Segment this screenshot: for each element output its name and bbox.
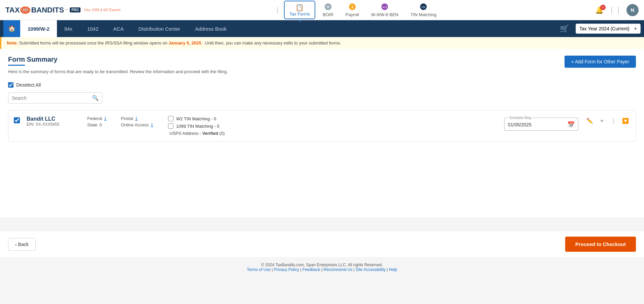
search-icon[interactable]: 🔍: [92, 95, 99, 101]
pro-badge: PRO: [70, 7, 80, 12]
copyright-text: © 2024 TaxBandits.com, Span Enterprises …: [5, 263, 639, 267]
tax-year-wrapper[interactable]: Tax Year 2024 (Current): [576, 24, 641, 34]
state-label: State: [87, 122, 97, 127]
page-footer: © 2024 TaxBandits.com, Span Enterprises …: [0, 257, 644, 277]
expand-button[interactable]: 🔽: [621, 116, 630, 125]
nav-address-book[interactable]: Address Book: [188, 20, 234, 37]
boir-icon: 🏛: [324, 3, 332, 12]
tax-year-select[interactable]: Tax Year 2024 (Current): [576, 24, 641, 34]
tin-matching-info: W2 TIN Matching - 0 1099 TIN Matching - …: [168, 116, 497, 136]
home-button[interactable]: 🏠: [3, 20, 20, 37]
add-button[interactable]: ＋: [598, 116, 606, 126]
postal-label: Postal: [121, 116, 133, 121]
form-summary-subtitle: Here is the summary of forms that are re…: [8, 69, 228, 74]
accessibility-link[interactable]: Site Accessibility: [356, 267, 386, 272]
calendar-icon[interactable]: 📅: [567, 121, 575, 128]
help-link[interactable]: Help: [389, 267, 397, 272]
w2-tin-checkbox[interactable]: [168, 116, 173, 121]
w9-icon: W-9: [381, 3, 388, 12]
federal-row: Federal 1: [87, 116, 114, 121]
nav-tax-forms[interactable]: 📋 Tax Forms: [284, 1, 315, 19]
title-underline: [8, 65, 25, 66]
notification-badge: 0: [600, 5, 606, 10]
notice-suffix: . Until then, you can make any necessary…: [202, 40, 341, 45]
payer-ein: EIN: XX-XXX5455: [27, 122, 80, 127]
user-avatar[interactable]: N: [626, 4, 639, 16]
logo-owl-icon: [20, 6, 30, 14]
deselect-all-checkbox[interactable]: [8, 82, 13, 88]
edit-button[interactable]: ✏️: [585, 116, 594, 125]
deselect-all-label: Deselect All: [16, 82, 41, 88]
back-button[interactable]: ‹ Back: [8, 238, 36, 251]
header-nav: ⋮ 📋 Tax Forms 🏛 BOIR $ Payroll W-9 W-9/W…: [121, 1, 595, 19]
online-access-value[interactable]: 1: [151, 122, 153, 127]
nav-boir[interactable]: 🏛 BOIR: [318, 1, 338, 19]
federal-value[interactable]: 1: [104, 116, 106, 121]
form-summary-header: Form Summary Here is the summary of form…: [8, 56, 636, 80]
notification-button[interactable]: 🔔 0: [595, 6, 604, 14]
payroll-icon: $: [349, 3, 356, 12]
apps-grid-icon[interactable]: ⋮⋮: [608, 6, 622, 14]
notice-date: January 5, 2025: [169, 40, 201, 45]
more-options-icon[interactable]: ⋮: [275, 6, 281, 14]
main-content: Form Summary Here is the summary of form…: [0, 49, 644, 217]
usps-count: (0): [219, 131, 225, 136]
feedback-link[interactable]: Feedback: [302, 267, 320, 272]
boir-label: BOIR: [323, 12, 333, 17]
footer-actions: ‹ Back Proceed to Checkout: [0, 231, 644, 257]
footer-links: Terms of Use | Privacy Policy | Feedback…: [5, 267, 639, 272]
nav-aca[interactable]: ACA: [106, 20, 131, 37]
notice-bar: Note: Submitted forms will be processed …: [0, 37, 644, 49]
logo-sub: Your 1099 & W2 Experts: [84, 8, 121, 12]
terms-link[interactable]: Terms of Use: [247, 267, 271, 272]
logo-bandits: BANDITS: [31, 6, 64, 14]
notice-prefix: Note:: [7, 40, 18, 45]
online-access-row: Online Access 1: [121, 122, 161, 127]
payroll-label: Payroll: [346, 12, 359, 17]
tax-forms-icon: 📋: [295, 3, 304, 11]
nav-bar: 🏠 1099/W-2 94x 1042 ACA Distribution Cen…: [0, 20, 644, 37]
schedule-date-value: 01/05/2025: [508, 122, 532, 127]
recommend-link[interactable]: Recommend Us: [323, 267, 352, 272]
search-box: 🔍: [8, 92, 102, 103]
svg-text:W-9: W-9: [382, 6, 387, 9]
deselect-row: Deselect All: [8, 82, 636, 88]
nav-w9-w8ben[interactable]: W-9 W-9/W-8 BEN: [366, 1, 403, 19]
nav-tin-matching[interactable]: TIN TIN Matching: [406, 1, 441, 19]
notice-text: Submitted forms will be processed once t…: [19, 40, 169, 45]
page-title: Form Summary: [8, 56, 228, 63]
nav-distribution-center[interactable]: Distribution Center: [131, 20, 188, 37]
online-access-label: Online Access: [121, 122, 149, 127]
nav-payroll[interactable]: $ Payroll: [341, 1, 364, 19]
tin-1099-checkbox[interactable]: [168, 123, 173, 129]
cart-icon[interactable]: 🛒: [556, 24, 572, 33]
schedule-fieldset-inner: 01/05/2025 📅: [508, 121, 575, 128]
title-section: Form Summary Here is the summary of form…: [8, 56, 228, 80]
nav-1099-w2[interactable]: 1099/W-2: [20, 20, 57, 37]
logo-area: TAX BANDITS ™ PRO Your 1099 & W2 Experts: [5, 6, 121, 14]
nav-94x[interactable]: 94x: [57, 20, 80, 37]
svg-text:$: $: [351, 5, 353, 9]
privacy-link[interactable]: Privacy Policy: [274, 267, 299, 272]
payer-checkbox[interactable]: [14, 117, 20, 123]
more-actions-button[interactable]: ⋮: [609, 116, 617, 125]
nav-right: 🛒 Tax Year 2024 (Current): [556, 24, 641, 34]
postal-value[interactable]: 1: [135, 116, 137, 121]
checkout-button[interactable]: Proceed to Checkout: [565, 237, 636, 252]
home-icon: 🏠: [8, 25, 15, 32]
nav-1042[interactable]: 1042: [80, 20, 106, 37]
payer-info: Bandit LLC EIN: XX-XXX5455: [27, 116, 80, 127]
schedule-fieldset: Schedule filing 01/05/2025 📅: [504, 116, 578, 131]
w9-label: W-9/W-8 BEN: [371, 12, 398, 17]
federal-label: Federal: [87, 116, 102, 121]
tax-forms-label: Tax Forms: [289, 11, 310, 17]
search-input[interactable]: [12, 95, 92, 101]
usps-label: USPS Address -: [169, 131, 201, 136]
payer-name: Bandit LLC: [27, 116, 80, 122]
add-form-button[interactable]: + Add Form for Other Payer: [565, 56, 636, 68]
schedule-fieldset-legend: Schedule filing: [508, 116, 533, 120]
svg-point-0: [22, 8, 28, 13]
usps-verified-label: Verified: [202, 131, 218, 136]
w2-tin-label: W2 TIN Matching - 0: [176, 116, 216, 121]
nav-links: 1099/W-2 94x 1042 ACA Distribution Cente…: [20, 20, 556, 37]
